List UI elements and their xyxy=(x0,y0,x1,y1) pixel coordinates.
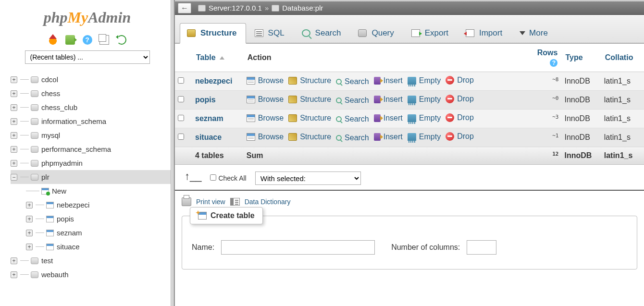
check-all-label[interactable]: Check All xyxy=(210,174,246,182)
col-collation[interactable]: Collatio xyxy=(601,44,644,72)
database-icon xyxy=(31,271,38,278)
db-node-chess-club[interactable]: +chess_club xyxy=(11,100,174,114)
tab-export[interactable]: Export xyxy=(405,24,457,43)
structure-action[interactable]: Structure xyxy=(288,95,331,104)
insert-action[interactable]: Insert xyxy=(374,133,403,141)
recent-tables-select[interactable]: (Recent tables) ... xyxy=(25,50,150,64)
with-selected-select[interactable]: With selected: xyxy=(255,171,361,185)
search-action[interactable]: Search xyxy=(336,96,369,105)
row-checkbox[interactable] xyxy=(178,77,184,84)
tab-sql[interactable]: SQL xyxy=(248,24,293,43)
reload-icon[interactable] xyxy=(117,35,126,45)
table-name-link[interactable]: nebezpeci xyxy=(195,77,232,85)
create-table-legend: Create table xyxy=(190,207,263,224)
tab-structure[interactable]: Structure xyxy=(180,23,246,44)
expand-icon[interactable]: + xyxy=(26,230,33,236)
expand-icon[interactable]: + xyxy=(11,146,17,153)
tree-table-situace[interactable]: +situace xyxy=(26,240,174,254)
collapse-icon[interactable]: − xyxy=(11,174,17,181)
home-icon[interactable] xyxy=(48,35,58,45)
expand-icon[interactable]: + xyxy=(11,257,17,264)
insert-action[interactable]: Insert xyxy=(374,95,403,104)
help-icon[interactable]: ? xyxy=(550,59,557,67)
docs-icon[interactable] xyxy=(99,35,109,45)
tree-table-popis[interactable]: +popis xyxy=(26,212,174,226)
drop-action[interactable]: Drop xyxy=(446,95,474,103)
drop-action[interactable]: Drop xyxy=(446,113,474,122)
insert-action[interactable]: Insert xyxy=(374,76,403,85)
expand-icon[interactable]: + xyxy=(26,244,33,250)
structure-action[interactable]: Structure xyxy=(288,76,331,85)
tab-query[interactable]: Query xyxy=(351,24,402,43)
tree-table-seznam[interactable]: +seznam xyxy=(26,226,174,240)
db-node-performance-schema[interactable]: +performance_schema xyxy=(11,142,174,156)
browse-action[interactable]: Browse xyxy=(247,114,284,122)
columns-count-input[interactable] xyxy=(467,240,496,255)
db-node-mysql[interactable]: +mysql xyxy=(11,128,174,142)
db-node-chess[interactable]: +chess xyxy=(11,86,174,100)
tree-new-table[interactable]: New xyxy=(26,184,174,198)
row-checkbox[interactable] xyxy=(178,134,184,140)
structure-action[interactable]: Structure xyxy=(288,133,331,141)
table-name-link[interactable]: situace xyxy=(195,133,222,141)
table-name-link[interactable]: popis xyxy=(195,96,216,104)
expand-icon[interactable]: + xyxy=(11,160,17,167)
row-type: InnoDB xyxy=(561,91,601,110)
tab-more[interactable]: More xyxy=(513,24,557,43)
db-node-plr[interactable]: −plr xyxy=(11,170,174,184)
browse-action[interactable]: Browse xyxy=(247,76,284,85)
drop-icon xyxy=(446,132,454,141)
empty-action[interactable]: Empty xyxy=(408,133,441,141)
structure-action[interactable]: Structure xyxy=(288,114,331,122)
expand-icon[interactable]: + xyxy=(26,202,33,208)
expand-icon[interactable]: + xyxy=(11,132,17,139)
sidebar-resize-handle[interactable] xyxy=(171,0,174,306)
expand-icon[interactable]: + xyxy=(11,118,17,125)
col-rows[interactable]: Rows? xyxy=(528,44,561,72)
sum-count: 4 tables xyxy=(192,147,244,165)
empty-action[interactable]: Empty xyxy=(408,76,441,85)
server-icon xyxy=(198,5,206,12)
logout-icon[interactable] xyxy=(65,35,75,45)
tab-search[interactable]: Search xyxy=(295,24,350,43)
row-checkbox[interactable] xyxy=(178,115,184,121)
empty-action[interactable]: Empty xyxy=(408,114,441,122)
db-node-information-schema[interactable]: +information_schema xyxy=(11,114,174,128)
search-icon xyxy=(302,29,310,37)
expand-icon[interactable]: + xyxy=(11,271,17,278)
table-name-input[interactable] xyxy=(221,240,375,255)
row-type: InnoDB xyxy=(561,72,601,91)
help-icon[interactable] xyxy=(83,35,92,45)
expand-icon[interactable]: + xyxy=(26,216,33,222)
search-action[interactable]: Search xyxy=(336,77,369,86)
drop-action[interactable]: Drop xyxy=(446,132,474,141)
breadcrumb-server[interactable]: 127.0.0.1 xyxy=(232,4,262,12)
expand-icon[interactable]: + xyxy=(11,76,17,83)
db-node-webauth[interactable]: +webauth xyxy=(11,268,174,282)
db-node-phpmyadmin[interactable]: +phpmyadmin xyxy=(11,156,174,170)
db-node-test[interactable]: +test xyxy=(11,254,174,268)
check-all-checkbox[interactable] xyxy=(210,174,216,181)
breadcrumb-db[interactable]: plr xyxy=(315,4,323,12)
browse-action[interactable]: Browse xyxy=(247,95,284,104)
table-name-link[interactable]: seznam xyxy=(195,114,223,122)
expand-icon[interactable]: + xyxy=(11,104,17,111)
browse-action[interactable]: Browse xyxy=(247,133,284,141)
nav-back-button[interactable]: ← xyxy=(178,3,191,13)
db-node-cdcol[interactable]: +cdcol xyxy=(11,73,174,86)
empty-action[interactable]: Empty xyxy=(408,95,441,104)
print-view-link[interactable]: Print view xyxy=(196,198,225,206)
col-type[interactable]: Type xyxy=(561,44,601,72)
row-count: ~8 xyxy=(528,72,561,91)
data-dictionary-link[interactable]: Data Dictionary xyxy=(245,198,291,206)
search-action[interactable]: Search xyxy=(336,115,369,123)
database-icon xyxy=(31,257,38,264)
insert-action[interactable]: Insert xyxy=(374,114,403,122)
search-action[interactable]: Search xyxy=(336,134,369,142)
expand-icon[interactable]: + xyxy=(11,90,17,97)
tree-table-nebezpeci[interactable]: +nebezpeci xyxy=(26,198,174,212)
tab-import[interactable]: Import xyxy=(459,24,511,43)
drop-action[interactable]: Drop xyxy=(446,76,474,85)
row-checkbox[interactable] xyxy=(178,96,184,102)
col-table[interactable]: Table xyxy=(192,44,244,72)
